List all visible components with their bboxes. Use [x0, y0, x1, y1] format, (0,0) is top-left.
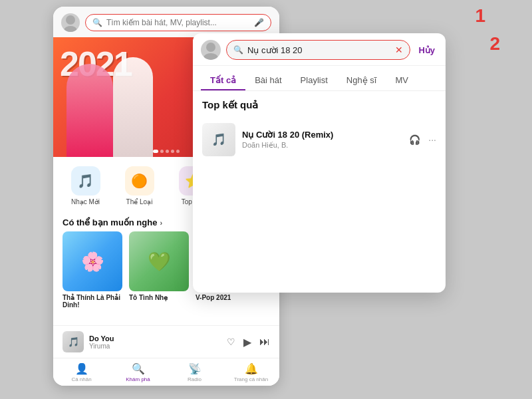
clear-button[interactable]: ✕	[395, 45, 403, 55]
nav-radio[interactable]: 📡 Radio	[166, 362, 223, 382]
result-title-1: Nụ Cười 18 20 (Remix)	[242, 130, 402, 140]
np-thumbnail: 🎵	[63, 331, 84, 352]
nav-kham-pha-icon: 🔍	[132, 362, 145, 375]
result-item-1: 🎵 Nụ Cười 18 20 (Remix) Doãn Hiếu, B. 🎧 …	[202, 118, 436, 162]
step-2-label: 2	[489, 33, 500, 55]
nav-kham-pha[interactable]: 🔍 Khám phá	[110, 362, 166, 382]
svg-point-1	[64, 26, 77, 32]
tab-mv[interactable]: MV	[386, 71, 418, 90]
search-icon: 🔍	[92, 18, 102, 27]
nav-ca-nhan-label: Cá nhân	[71, 376, 91, 382]
np-title: Do You	[89, 334, 221, 342]
result-artist-1: Doãn Hiếu, B.	[242, 141, 402, 150]
the-loai-label: Thể Loại	[126, 198, 153, 205]
category-the-loai[interactable]: 🟠 Thể Loại	[125, 166, 154, 205]
search-bar-1[interactable]: 🔍 🎤	[85, 14, 271, 31]
play-button[interactable]: ▶	[243, 336, 251, 348]
np-artist: Yiruma	[89, 342, 221, 350]
now-playing-bar: 🎵 Do You Yiruma ♡ ▶ ⏭	[53, 325, 279, 358]
nhac-moi-icon: 🎵	[71, 166, 100, 196]
section-title-arrow: ›	[160, 219, 162, 227]
nav-radio-label: Radio	[188, 376, 201, 382]
nav-ca-nhan[interactable]: 👤 Cá nhân	[53, 362, 110, 382]
tab-nghe-si[interactable]: Nghệ sĩ	[337, 71, 386, 90]
result-thumb-1: 🎵	[202, 123, 235, 156]
step-1-label: 1	[475, 5, 485, 27]
heart-button[interactable]: ♡	[227, 336, 235, 347]
the-loai-icon: 🟠	[125, 166, 154, 196]
result-actions-1: 🎧 ···	[409, 134, 436, 145]
playlist-label-2: Tô Tình Nhẹ	[129, 294, 189, 301]
filter-tabs: Tất cả Bài hát Playlist Nghệ sĩ MV	[193, 66, 446, 91]
overlay-avatar	[201, 40, 221, 60]
playlist-card-1[interactable]: 🌸 Thả Thính Là Phải Dinh!	[63, 231, 122, 309]
search-overlay: 🔍 ✕ Hủy Tất cả Bài hát Playlist Nghệ sĩ …	[193, 33, 446, 293]
hero-figure-left	[66, 64, 113, 157]
overlay-top-bar: 🔍 ✕ Hủy	[193, 33, 446, 66]
svg-point-3	[203, 53, 218, 60]
bottom-nav: 👤 Cá nhân 🔍 Khám phá 📡 Radio 🔔 Trang cá …	[53, 358, 279, 386]
search-bar-active[interactable]: 🔍 ✕	[226, 40, 410, 60]
nav-kham-pha-label: Khám phá	[126, 376, 150, 382]
hero-dots	[153, 150, 180, 153]
next-button[interactable]: ⏭	[259, 336, 270, 348]
section-title-text: Có thể bạn muốn nghe	[63, 217, 157, 227]
np-controls: ♡ ▶ ⏭	[227, 336, 270, 348]
np-info: Do You Yiruma	[89, 334, 221, 350]
tab-tat-ca[interactable]: Tất cả	[201, 71, 245, 90]
category-nhac-moi[interactable]: 🎵 Nhạc Mới	[71, 166, 100, 205]
playlist-label-3: V-Pop 2021	[196, 294, 255, 301]
playlist-thumb-1: 🌸	[63, 231, 122, 291]
search-input-active[interactable]	[247, 45, 391, 55]
nav-radio-icon: 📡	[188, 362, 201, 375]
nhac-moi-label: Nhạc Mới	[71, 198, 100, 205]
search-icon-active: 🔍	[233, 45, 243, 55]
tab-playlist[interactable]: Playlist	[291, 71, 337, 90]
nav-trang-ca-nhan[interactable]: 🔔 Trang cá nhân	[223, 362, 279, 382]
nav-trang-label: Trang cá nhân	[234, 376, 268, 382]
add-to-queue-button[interactable]: 🎧	[409, 134, 420, 145]
avatar	[61, 13, 80, 32]
nav-trang-icon: 🔔	[245, 362, 258, 375]
playlist-card-2[interactable]: 💚 Tô Tình Nhẹ	[129, 231, 189, 309]
search-input-1[interactable]	[106, 18, 250, 27]
result-info-1: Nụ Cười 18 20 (Remix) Doãn Hiếu, B.	[242, 130, 402, 150]
hero-figure-right	[113, 57, 153, 157]
tab-bai-hat[interactable]: Bài hát	[245, 71, 291, 90]
results-section: Top kết quả 🎵 Nụ Cười 18 20 (Remix) Doãn…	[193, 91, 446, 167]
playlist-label-1: Thả Thính Là Phải Dinh!	[63, 294, 122, 309]
nav-ca-nhan-icon: 👤	[75, 362, 88, 375]
svg-point-2	[206, 43, 215, 52]
playlist-thumb-2: 💚	[129, 231, 189, 291]
results-title: Top kết quả	[202, 99, 436, 111]
cancel-button[interactable]: Hủy	[416, 45, 438, 55]
mic-icon: 🎤	[254, 18, 264, 27]
svg-point-0	[66, 15, 75, 25]
more-options-button[interactable]: ···	[428, 134, 436, 145]
